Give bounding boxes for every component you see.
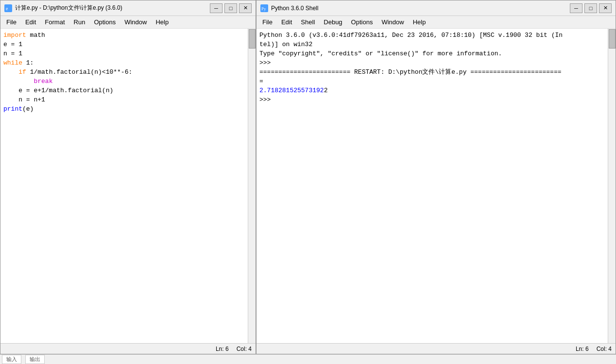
shell-menu-bar: File Edit Shell Debug Options Window Hel… <box>257 16 616 29</box>
editor-minimize-button[interactable]: ─ <box>210 3 222 13</box>
shell-maximize-button[interactable]: □ <box>584 3 597 13</box>
shell-menu-window[interactable]: Window <box>377 17 408 27</box>
shell-menu-options[interactable]: Options <box>347 17 377 27</box>
editor-status-bar: Ln: 6 Col: 4 <box>0 343 256 354</box>
shell-window: Py Python 3.6.0 Shell ─ □ ✕ File Edit Sh… <box>256 0 616 354</box>
editor-menu-window[interactable]: Window <box>120 17 151 27</box>
editor-col: Col: 4 <box>237 346 252 352</box>
shell-menu-help[interactable]: Help <box>409 17 430 27</box>
shell-title-bar: Py Python 3.6.0 Shell ─ □ ✕ <box>257 0 616 16</box>
shell-line-1: Python 3.6.0 (v3.6.0:41df79263a11, Dec 2… <box>259 31 605 40</box>
code-line-5: if 1/math.factorial(n)<10**-6: <box>3 67 245 77</box>
editor-menu-file[interactable]: File <box>2 17 20 27</box>
shell-menu-file[interactable]: File <box>258 17 276 27</box>
editor-menu-run[interactable]: Run <box>70 17 89 27</box>
svg-text:Py: Py <box>261 6 266 11</box>
code-line-6: break <box>3 77 245 86</box>
editor-title-bar: e 计算e.py - D:\python文件\计算e.py (3.6.0) ─ … <box>0 0 256 16</box>
shell-minimize-button[interactable]: ─ <box>570 3 582 13</box>
taskbar-input-label[interactable]: 输入 <box>2 355 21 364</box>
svg-text:e: e <box>6 6 8 11</box>
editor-close-button[interactable]: ✕ <box>239 3 252 13</box>
shell-line-6: = <box>259 77 605 86</box>
code-line-4: while 1: <box>3 58 245 67</box>
shell-title: Python 3.6.0 Shell <box>271 5 318 12</box>
shell-menu-debug[interactable]: Debug <box>320 17 346 27</box>
editor-window: e 计算e.py - D:\python文件\计算e.py (3.6.0) ─ … <box>0 0 256 354</box>
taskbar: 输入 输出 <box>0 354 616 364</box>
code-line-1: import math <box>3 31 245 40</box>
editor-scrollbar[interactable] <box>248 29 256 343</box>
taskbar-output-label[interactable]: 输出 <box>25 355 45 364</box>
shell-menu-shell[interactable]: Shell <box>297 17 319 27</box>
code-line-7: e = e+1/math.factorial(n) <box>3 86 245 95</box>
editor-maximize-button[interactable]: □ <box>224 3 237 13</box>
code-line-2: e = 1 <box>3 40 245 49</box>
editor-menu-bar: File Edit Format Run Options Window Help <box>0 16 256 29</box>
shell-line-4: >>> <box>259 58 605 67</box>
shell-icon: Py <box>260 4 268 12</box>
shell-scrollbar[interactable] <box>608 29 616 343</box>
shell-close-button[interactable]: ✕ <box>599 3 612 13</box>
shell-col: Col: 4 <box>597 346 612 352</box>
shell-line-5: ======================== RESTART: D:\pyt… <box>259 67 605 77</box>
editor-menu-format[interactable]: Format <box>41 17 68 27</box>
editor-code-area[interactable]: import math e = 1 n = 1 while 1: if 1/ma… <box>0 29 248 343</box>
editor-menu-options[interactable]: Options <box>90 17 120 27</box>
editor-ln: Ln: 6 <box>216 346 229 352</box>
shell-line-8: >>> <box>259 95 605 104</box>
code-line-9: print(e) <box>3 104 245 114</box>
shell-ln: Ln: 6 <box>576 346 589 352</box>
editor-title: 计算e.py - D:\python文件\计算e.py (3.6.0) <box>15 4 122 12</box>
editor-icon: e <box>4 4 12 12</box>
code-line-8: n = n+1 <box>3 95 245 104</box>
shell-line-2: tel)] on win32 <box>259 40 605 49</box>
shell-status-bar: Ln: 6 Col: 4 <box>257 343 616 354</box>
code-line-3: n = 1 <box>3 49 245 58</box>
shell-line-7: 2.7182815255731922 <box>259 86 605 95</box>
shell-output-area[interactable]: Python 3.6.0 (v3.6.0:41df79263a11, Dec 2… <box>257 29 608 343</box>
shell-line-3: Type "copyright", "credits" or "license(… <box>259 49 605 58</box>
editor-scroll-thumb[interactable] <box>249 29 256 49</box>
shell-scroll-thumb[interactable] <box>609 29 616 49</box>
editor-menu-help[interactable]: Help <box>152 17 172 27</box>
editor-menu-edit[interactable]: Edit <box>21 17 40 27</box>
shell-menu-edit[interactable]: Edit <box>277 17 296 27</box>
